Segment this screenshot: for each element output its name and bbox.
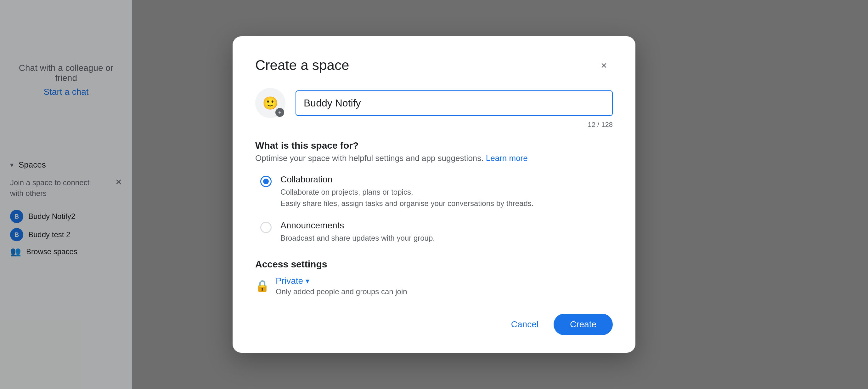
space-purpose-section: What is this space for? Optimise your sp… xyxy=(255,140,613,163)
access-settings-title: Access settings xyxy=(255,259,613,270)
access-type-label: Private xyxy=(276,276,303,286)
announcements-text: Announcements Broadcast and share update… xyxy=(280,220,435,244)
announcements-label: Announcements xyxy=(280,220,435,231)
chevron-down-icon: ▾ xyxy=(306,276,309,286)
lock-icon: 🔒 xyxy=(255,279,270,293)
modal-overlay: Create a space × 🙂 + 12 / 128 What is th… xyxy=(0,0,868,389)
modal-header: Create a space × xyxy=(255,56,613,74)
access-row: 🔒 Private ▾ Only added people and groups… xyxy=(255,276,613,296)
close-button[interactable]: × xyxy=(595,56,613,74)
collaboration-radio[interactable] xyxy=(260,176,272,187)
emoji-face-icon: 🙂 xyxy=(262,96,278,111)
access-description: Only added people and groups can join xyxy=(276,287,407,296)
access-info: Private ▾ Only added people and groups c… xyxy=(276,276,407,296)
create-space-modal: Create a space × 🙂 + 12 / 128 What is th… xyxy=(232,36,636,353)
collaboration-desc: Collaborate on projects, plans or topics… xyxy=(280,186,533,209)
char-count: 12 / 128 xyxy=(255,121,613,129)
space-name-row: 🙂 + xyxy=(255,88,613,118)
cancel-button[interactable]: Cancel xyxy=(503,315,546,334)
space-name-input-wrapper xyxy=(296,90,613,116)
announcements-radio[interactable] xyxy=(260,222,272,233)
emoji-picker-button[interactable]: 🙂 + xyxy=(255,88,285,118)
announcements-desc: Broadcast and share updates with your gr… xyxy=(280,233,435,244)
collaboration-label: Collaboration xyxy=(280,175,533,185)
modal-title: Create a space xyxy=(255,57,349,73)
announcements-option[interactable]: Announcements Broadcast and share update… xyxy=(260,220,613,244)
add-emoji-icon: + xyxy=(275,108,284,117)
section-desc: Optimise your space with helpful setting… xyxy=(255,153,613,163)
access-type-button[interactable]: Private ▾ xyxy=(276,276,309,286)
radio-options: Collaboration Collaborate on projects, p… xyxy=(255,175,613,244)
collaboration-text: Collaboration Collaborate on projects, p… xyxy=(280,175,533,209)
learn-more-link[interactable]: Learn more xyxy=(486,153,528,163)
access-settings-section: Access settings 🔒 Private ▾ Only added p… xyxy=(255,259,613,296)
collaboration-option[interactable]: Collaboration Collaborate on projects, p… xyxy=(260,175,613,209)
section-title: What is this space for? xyxy=(255,140,613,151)
create-button[interactable]: Create xyxy=(554,314,613,335)
modal-footer: Cancel Create xyxy=(255,314,613,335)
space-name-input[interactable] xyxy=(304,97,604,109)
